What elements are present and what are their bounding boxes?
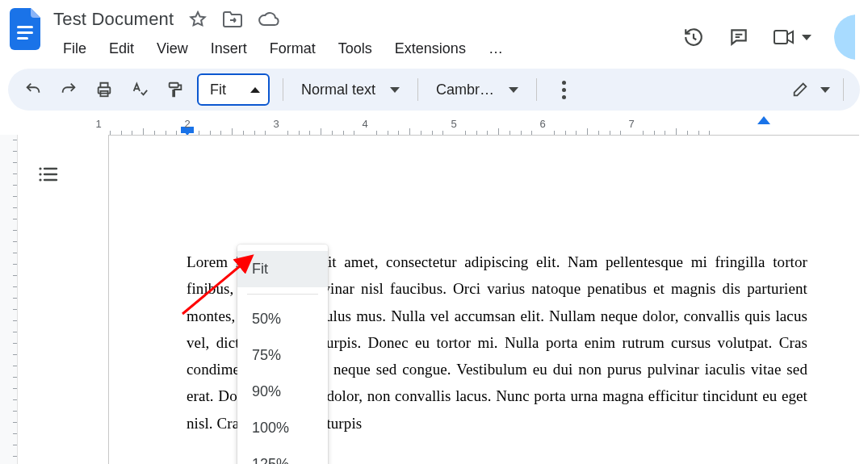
paragraph-style-value: Normal text (301, 82, 375, 98)
editing-mode-button[interactable] (791, 81, 830, 98)
zoom-option[interactable]: 90% (237, 374, 328, 410)
svg-point-8 (39, 167, 41, 169)
ruler-number: 1 (95, 118, 101, 130)
zoom-option[interactable]: 100% (237, 410, 328, 446)
separator (536, 78, 537, 101)
ruler-number: 2 (184, 118, 190, 130)
redo-button[interactable] (55, 76, 82, 103)
menu-insert[interactable]: Insert (201, 36, 257, 62)
menu-extensions[interactable]: Extensions (385, 36, 476, 62)
zoom-combo[interactable]: Fit (197, 73, 270, 106)
ruler-number: 3 (273, 118, 279, 130)
toolbar-overflow-button[interactable] (550, 76, 577, 103)
comments-icon[interactable] (728, 26, 750, 48)
menu-view[interactable]: View (147, 36, 198, 62)
menu-edit[interactable]: Edit (99, 36, 144, 62)
svg-point-10 (39, 173, 41, 175)
menu-format[interactable]: Format (260, 36, 325, 62)
print-button[interactable] (90, 76, 118, 103)
zoom-value: Fit (210, 82, 226, 98)
caret-up-icon (250, 87, 260, 93)
menu-file[interactable]: File (53, 36, 96, 62)
menu-more[interactable]: … (479, 36, 513, 62)
caret-down-icon (820, 87, 830, 93)
separator (417, 78, 418, 101)
caret-down-icon (509, 87, 518, 93)
paragraph-style-combo[interactable]: Normal text (296, 82, 405, 98)
font-value: Cambr… (436, 82, 494, 98)
right-indent-marker[interactable] (757, 116, 770, 124)
horizontal-ruler[interactable]: 1234567 (87, 117, 868, 135)
svg-point-12 (39, 178, 41, 181)
separator (247, 294, 318, 295)
zoom-option[interactable]: 125% (237, 446, 328, 464)
caret-down-icon (390, 87, 400, 93)
zoom-option-fit[interactable]: Fit (237, 251, 328, 287)
zoom-menu: Fit 50%75%90%100%125%150% (237, 245, 328, 464)
separator (283, 78, 283, 101)
vertical-ruler[interactable] (0, 135, 18, 464)
docs-logo[interactable] (8, 6, 44, 52)
undo-button[interactable] (19, 76, 47, 103)
menu-bar: File Edit View Insert Format Tools Exten… (53, 32, 682, 62)
paint-format-button[interactable] (161, 76, 189, 103)
account-avatar[interactable] (834, 15, 855, 60)
svg-rect-0 (17, 26, 33, 28)
svg-rect-1 (17, 31, 33, 34)
history-icon[interactable] (682, 26, 705, 48)
svg-rect-3 (774, 31, 787, 44)
ruler-number: 5 (451, 118, 456, 130)
ruler-number: 4 (362, 118, 367, 130)
document-page[interactable]: Lorem ipsum dolor sit amet, consectetur … (108, 135, 859, 464)
spellcheck-button[interactable] (126, 76, 153, 103)
cloud-status-icon[interactable] (258, 11, 280, 27)
menu-tools[interactable]: Tools (329, 36, 382, 62)
zoom-option[interactable]: 75% (237, 337, 328, 374)
ruler-number: 6 (539, 118, 545, 130)
zoom-option[interactable]: 50% (237, 301, 328, 337)
document-title[interactable]: Test Document (53, 9, 174, 30)
move-icon[interactable] (222, 10, 243, 28)
meet-icon[interactable] (773, 26, 811, 48)
ruler-number: 7 (628, 118, 634, 130)
svg-rect-6 (170, 83, 178, 88)
svg-rect-2 (17, 37, 28, 40)
outline-toggle-button[interactable] (29, 156, 66, 193)
star-icon[interactable] (188, 10, 208, 29)
font-combo[interactable]: Cambr… (431, 82, 523, 98)
separator (843, 78, 844, 101)
toolbar: Fit Normal text Cambr… (8, 69, 860, 111)
